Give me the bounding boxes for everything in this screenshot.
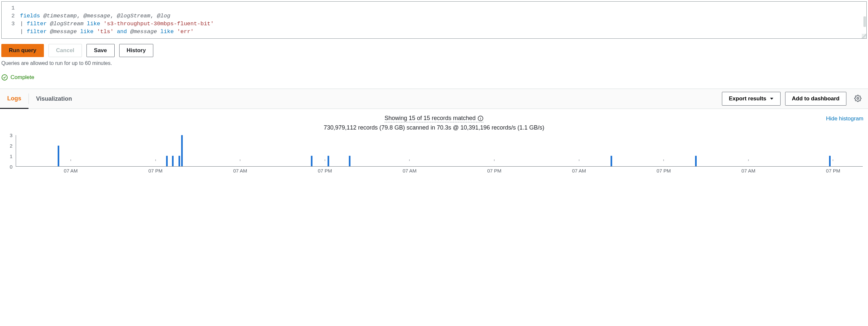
summary-matched: Showing 15 of 15 records matched (384, 115, 475, 122)
summary-scanned: 730,979,112 records (79.8 GB) scanned in… (3, 124, 865, 131)
histogram-bar[interactable] (58, 145, 59, 166)
histogram-bar[interactable] (166, 156, 168, 166)
hide-histogram-link[interactable]: Hide histogram (826, 115, 863, 122)
query-actions: Run query Cancel Save History (0, 39, 868, 60)
save-button[interactable]: Save (87, 44, 115, 57)
editor-scrollbar[interactable] (863, 17, 866, 27)
editor-code[interactable]: fields @timestamp, @message, @logStream,… (20, 4, 866, 36)
xtick: 07 PM (826, 168, 840, 173)
status-label: Complete (10, 74, 34, 81)
histogram-bar[interactable] (311, 156, 312, 166)
histogram-bar[interactable] (611, 156, 612, 166)
xtick: 07 AM (64, 168, 78, 173)
xtick: 07 PM (657, 168, 671, 173)
histogram-bar[interactable] (172, 156, 174, 166)
histogram-bar[interactable] (328, 156, 329, 166)
chart-yaxis: 0123 (3, 135, 14, 167)
tab-visualization[interactable]: Visualization (29, 89, 79, 108)
ytick: 0 (10, 164, 12, 169)
xtick: 07 AM (403, 168, 416, 173)
query-limit-note: Queries are allowed to run for up to 60 … (0, 60, 868, 74)
tab-logs[interactable]: Logs (0, 89, 29, 109)
gear-icon (854, 95, 862, 102)
ytick: 3 (10, 133, 12, 138)
histogram-bar[interactable] (179, 156, 180, 166)
cancel-button: Cancel (49, 44, 82, 57)
ytick: 2 (10, 143, 12, 148)
svg-point-1 (857, 98, 859, 99)
check-circle-icon (1, 74, 8, 81)
run-query-button[interactable]: Run query (1, 44, 44, 57)
results-tabbar: Logs Visualization Export results Add to… (0, 89, 868, 109)
xtick: 07 AM (572, 168, 586, 173)
xtick: 07 AM (742, 168, 756, 173)
query-editor[interactable]: 1 2 3 fields @timestamp, @message, @logS… (1, 1, 867, 39)
editor-gutter: 1 2 3 (2, 4, 20, 36)
xtick: 07 AM (233, 168, 247, 173)
history-button[interactable]: History (119, 44, 154, 57)
editor-resize-handle[interactable] (862, 34, 866, 38)
caret-down-icon (770, 97, 774, 100)
svg-point-4 (480, 117, 481, 117)
histogram-chart: 0123 07 AM07 PM07 AM07 PM07 AM07 PM07 AM… (3, 135, 865, 174)
xtick: 07 PM (318, 168, 332, 173)
histogram-bar[interactable] (181, 135, 183, 166)
export-results-button[interactable]: Export results (722, 92, 780, 106)
ytick: 1 (10, 154, 12, 159)
xtick: 07 PM (148, 168, 162, 173)
histogram-bar[interactable] (695, 156, 697, 166)
histogram-bar[interactable] (829, 156, 831, 166)
query-status: Complete (0, 74, 868, 88)
xtick: 07 PM (487, 168, 501, 173)
histogram-bar[interactable] (349, 156, 350, 166)
settings-button[interactable] (854, 95, 862, 103)
info-icon[interactable] (477, 115, 484, 121)
add-to-dashboard-button[interactable]: Add to dashboard (785, 92, 846, 106)
chart-plot[interactable] (16, 135, 863, 167)
results-summary: Showing 15 of 15 records matched 730,979… (0, 109, 868, 133)
chart-xaxis: 07 AM07 PM07 AM07 PM07 AM07 PM07 AM07 PM… (16, 167, 863, 174)
